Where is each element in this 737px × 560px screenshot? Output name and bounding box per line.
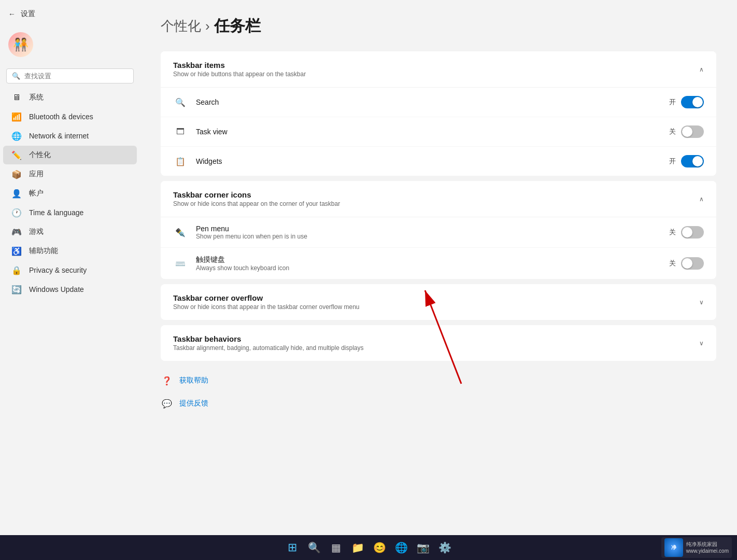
taskbar-right: 净 纯净系统家园 www.yidaimei.com	[661, 537, 732, 558]
section-subtitle-behaviors: Taskbar alignment, badging, automaticall…	[173, 344, 364, 352]
sidebar-item-label: Windows Update	[29, 285, 84, 293]
taskbar-corner-icons-section: Taskbar corner icons Show or hide icons …	[161, 181, 716, 279]
pen-toggle[interactable]	[681, 226, 704, 239]
accessibility-icon: ♿	[11, 246, 22, 256]
sidebar-item-time[interactable]: 🕐 Time & language	[3, 203, 137, 222]
search-setting-icon: 🔍	[173, 95, 188, 109]
widgets-toggle-label: 开	[669, 157, 676, 166]
taskbar-corner-overflow-section: Taskbar corner overflow Show or hide ico…	[161, 284, 716, 320]
corner-icons-content: ✒️ Pen menu Show pen menu icon when pen …	[161, 217, 716, 279]
widgets-setting-row: 📋 Widgets 开	[161, 147, 716, 176]
sidebar-item-label: 游戏	[29, 227, 44, 236]
update-icon: 🔄	[11, 284, 22, 295]
taskbar-taskview[interactable]: ▦	[326, 538, 346, 557]
taskbar: ⊞ 🔍 ▦ 📁 😊 🌐 📷 ⚙️ 净 纯净系统家园 www.yidaimei.c…	[0, 535, 737, 560]
taskbar-behaviors-header[interactable]: Taskbar behaviors Taskbar alignment, bad…	[161, 325, 716, 361]
sidebar-header: ← 设置	[0, 5, 140, 27]
sidebar-item-accessibility[interactable]: ♿ 辅助功能	[3, 242, 137, 260]
chevron-up-icon: ∧	[699, 66, 704, 73]
section-title-overflow: Taskbar corner overflow	[173, 293, 360, 302]
sidebar-item-network[interactable]: 🌐 Network & internet	[3, 127, 137, 145]
taskview-toggle-label: 关	[669, 127, 676, 136]
taskbar-camera[interactable]: 📷	[413, 538, 433, 557]
keyboard-setting-name: 触摸键盘	[196, 255, 289, 264]
accounts-icon: 👤	[11, 188, 22, 199]
section-subtitle-corner-icons: Show or hide icons that appear on the co…	[173, 200, 340, 207]
sidebar-item-system[interactable]: 🖥 系统	[3, 88, 137, 107]
avatar: 🧑‍🤝‍🧑	[8, 32, 33, 57]
sidebar-item-label: 应用	[29, 170, 44, 179]
taskbar-search[interactable]: 🔍	[304, 538, 324, 557]
section-subtitle-overflow: Show or hide icons that appear in the ta…	[173, 303, 360, 311]
sidebar-item-label: Bluetooth & devices	[29, 113, 93, 121]
taskview-setting-icon: 🗖	[173, 124, 188, 139]
privacy-icon: 🔒	[11, 265, 22, 275]
get-help-link[interactable]: ❓ 获取帮助	[161, 371, 716, 390]
search-box[interactable]: 🔍	[6, 68, 134, 83]
section-subtitle-taskbar-items: Show or hide buttons that appear on the …	[173, 71, 306, 78]
watermark-line2: www.yidaimei.com	[686, 548, 729, 554]
taskbar-explorer[interactable]: 📁	[348, 538, 367, 557]
nav-list: 🖥 系统 📶 Bluetooth & devices 🌐 Network & i…	[0, 88, 140, 299]
taskbar-browser[interactable]: 🌐	[391, 538, 411, 557]
sidebar-item-apps[interactable]: 📦 应用	[3, 165, 137, 184]
get-help-label: 获取帮助	[179, 376, 208, 385]
widgets-toggle[interactable]	[681, 155, 704, 167]
keyboard-setting-desc: Always show touch keyboard icon	[196, 264, 289, 272]
sidebar-item-label: Privacy & security	[29, 266, 87, 274]
section-title-behaviors: Taskbar behaviors	[173, 334, 364, 343]
main-content: 个性化 › 任务栏 Taskbar items Show or hide but…	[140, 0, 737, 498]
taskview-setting-row: 🗖 Task view 关	[161, 117, 716, 147]
keyboard-toggle[interactable]	[681, 257, 704, 270]
search-setting-name: Search	[196, 98, 219, 106]
widgets-setting-icon: 📋	[173, 154, 188, 169]
gaming-icon: 🎮	[11, 227, 22, 237]
pen-setting-desc: Show pen menu icon when pen is in use	[196, 233, 307, 240]
taskbar-corner-icons-header[interactable]: Taskbar corner icons Show or hide icons …	[161, 181, 716, 217]
search-toggle-label: 开	[669, 97, 676, 107]
bluetooth-icon: 📶	[11, 111, 22, 122]
taskbar-emoji[interactable]: 😊	[370, 538, 389, 557]
watermark-line1: 纯净系统家园	[686, 541, 729, 548]
taskbar-center: ⊞ 🔍 ▦ 📁 😊 🌐 📷 ⚙️	[282, 538, 455, 557]
watermark: 净 纯净系统家园 www.yidaimei.com	[661, 537, 732, 558]
time-icon: 🕐	[11, 207, 22, 218]
sidebar-item-accounts[interactable]: 👤 帐户	[3, 184, 137, 203]
touch-keyboard-row: ⌨️ 触摸键盘 Always show touch keyboard icon …	[161, 248, 716, 279]
sidebar-item-update[interactable]: 🔄 Windows Update	[3, 280, 137, 299]
apps-icon: 📦	[11, 169, 22, 179]
sidebar: ← 设置 🧑‍🤝‍🧑 🔍 🖥 系统 📶 Bluetooth & devices	[0, 0, 140, 498]
sidebar-item-label: Network & internet	[29, 132, 89, 140]
taskbar-items-header[interactable]: Taskbar items Show or hide buttons that …	[161, 51, 716, 87]
taskbar-behaviors-section: Taskbar behaviors Taskbar alignment, bad…	[161, 325, 716, 361]
personalization-icon: ✏️	[11, 150, 22, 160]
chevron-down-icon: ∨	[699, 299, 704, 306]
system-icon: 🖥	[11, 92, 22, 103]
pen-toggle-label: 关	[669, 228, 676, 237]
search-input[interactable]	[24, 72, 128, 80]
page-header: 个性化 › 任务栏	[161, 16, 716, 37]
feedback-link[interactable]: 💬 提供反馈	[161, 394, 716, 413]
feedback-icon: 💬	[161, 397, 173, 410]
taskbar-items-section: Taskbar items Show or hide buttons that …	[161, 51, 716, 176]
taskview-toggle[interactable]	[681, 125, 704, 138]
search-toggle[interactable]	[681, 96, 704, 108]
taskbar-settings[interactable]: ⚙️	[435, 538, 455, 557]
breadcrumb-parent: 个性化	[161, 17, 201, 35]
sidebar-item-privacy[interactable]: 🔒 Privacy & security	[3, 261, 137, 279]
feedback-label: 提供反馈	[179, 399, 208, 408]
watermark-logo: 净	[664, 538, 683, 557]
search-setting-row: 🔍 Search 开	[161, 88, 716, 117]
sidebar-item-personalization[interactable]: ✏️ 个性化	[3, 146, 137, 164]
start-button[interactable]: ⊞	[282, 538, 302, 557]
sidebar-item-bluetooth[interactable]: 📶 Bluetooth & devices	[3, 107, 137, 126]
sidebar-item-label: 个性化	[29, 150, 51, 160]
taskbar-corner-overflow-header[interactable]: Taskbar corner overflow Show or hide ico…	[161, 284, 716, 320]
keyboard-icon: ⌨️	[173, 256, 188, 271]
sidebar-item-gaming[interactable]: 🎮 游戏	[3, 222, 137, 241]
search-icon: 🔍	[12, 72, 20, 80]
pen-menu-row: ✒️ Pen menu Show pen menu icon when pen …	[161, 217, 716, 248]
back-button[interactable]: ←	[8, 10, 16, 18]
pen-setting-name: Pen menu	[196, 225, 307, 233]
network-icon: 🌐	[11, 131, 22, 141]
